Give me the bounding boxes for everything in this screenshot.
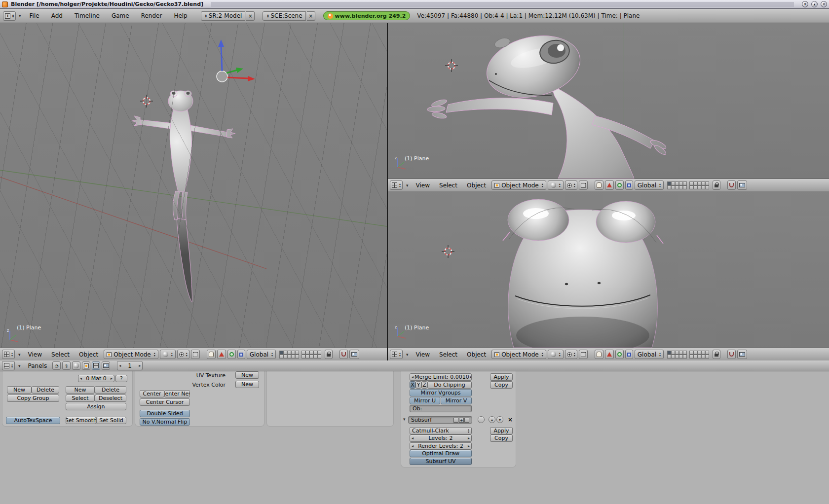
manipulator-scale-button[interactable]	[625, 180, 633, 190]
subsurf-type-dropdown[interactable]: Catmull-Clark▴▾	[410, 427, 472, 434]
no-vnormal-flip-toggle[interactable]: No V.Normal Flip	[140, 418, 190, 426]
lock-toggle-button[interactable]	[325, 350, 333, 359]
manipulator-rotate-button[interactable]	[615, 350, 624, 359]
vgroup-new-button[interactable]: New	[66, 386, 95, 394]
menu-add[interactable]: Add	[46, 12, 68, 19]
mode-dropdown[interactable]: Object Mode▴▾	[491, 350, 546, 359]
context-logic-icon[interactable]: ◔	[52, 361, 61, 370]
modifier-delete-button[interactable]: ×	[506, 416, 514, 423]
modifier-oncage-button[interactable]	[478, 416, 485, 423]
menu-timeline[interactable]: Timeline	[69, 12, 105, 19]
manipulator-scale-button[interactable]	[237, 350, 245, 359]
pivot-dropdown[interactable]: ▴▾	[177, 350, 189, 359]
vgroup-delete-button[interactable]: Delete	[95, 386, 126, 394]
manipulator-rotate-button[interactable]	[227, 350, 236, 359]
editor-type-button[interactable]: ▴▾	[390, 350, 403, 359]
pivot-dropdown[interactable]: ▴▾	[565, 180, 577, 190]
orientation-dropdown[interactable]: Global▴▾	[635, 350, 664, 359]
menu-view[interactable]: View	[412, 351, 434, 358]
vgroup-deselect-button[interactable]: Deselect	[95, 395, 126, 402]
mode-dropdown[interactable]: Object Mode▴▾	[491, 180, 546, 190]
subsurf-apply-button[interactable]: Apply	[490, 427, 513, 434]
material-index-field[interactable]: ◂0 Mat 0▸	[78, 375, 114, 382]
menu-object[interactable]: Object	[463, 351, 490, 358]
subsurf-name-field[interactable]: Subsurf+	[408, 416, 472, 424]
menu-view[interactable]: View	[24, 351, 46, 358]
layer-grid-left[interactable]	[667, 351, 687, 359]
header-collapse-icon[interactable]: ▾	[16, 363, 23, 368]
header-collapse-icon[interactable]: ▾	[404, 183, 411, 188]
scene-selector[interactable]: ▴▾ SCE:Scene	[263, 11, 305, 21]
vgroup-assign-button[interactable]: Assign	[66, 403, 126, 410]
window-close-button[interactable]: ×	[821, 1, 827, 7]
menubar-collapse-icon[interactable]: ▾	[17, 13, 23, 18]
mode-dropdown[interactable]: Object Mode▴▾	[104, 350, 158, 359]
optimal-draw-toggle[interactable]: Optimal Draw	[410, 450, 472, 457]
menu-object[interactable]: Object	[75, 351, 102, 358]
subsurf-collapse-icon[interactable]: ▾	[401, 417, 408, 422]
pivot-dropdown[interactable]: ▴▾	[565, 350, 577, 359]
screen-selector[interactable]: ▴▾ SR:2-Model	[201, 11, 246, 21]
lock-toggle-button[interactable]	[713, 350, 720, 359]
menu-file[interactable]: File	[24, 12, 45, 19]
draw-type-dropdown[interactable]: ▴▾	[548, 180, 564, 190]
window-shade-button[interactable]: ▾	[802, 1, 808, 7]
center-new-button[interactable]: Center New	[164, 390, 190, 397]
editor-type-button[interactable]: ▴▾	[2, 350, 15, 359]
merge-limit-field[interactable]: ◂Merge Limit: 0.0010▸	[410, 373, 472, 381]
mirror-apply-button[interactable]: Apply	[490, 373, 513, 381]
layer-buttons[interactable]	[667, 351, 709, 359]
autotexspace-toggle[interactable]: AutoTexSpace	[6, 417, 60, 424]
layer-grid-left[interactable]	[279, 351, 299, 359]
uv-texture-new-button[interactable]: New	[235, 371, 259, 379]
render-preview-button[interactable]	[737, 180, 747, 190]
modifier-realtime-icon[interactable]: +	[459, 418, 464, 423]
menu-select[interactable]: Select	[435, 351, 461, 358]
manipulator-toggle-button[interactable]	[595, 180, 603, 190]
menu-render[interactable]: Render	[136, 12, 168, 19]
menu-select[interactable]: Select	[435, 182, 461, 189]
menu-object[interactable]: Object	[463, 182, 490, 189]
panels-menu[interactable]: Panels	[24, 362, 51, 369]
mirror-axis-x-toggle[interactable]: X	[410, 381, 415, 389]
snap-element-button[interactable]	[579, 180, 588, 190]
manipulator-translate-button[interactable]	[605, 180, 614, 190]
viewport-bottom-right[interactable]: z (1) Plane ▴▾ ▾ View Select Object Obje…	[388, 191, 829, 360]
scene-clear-button[interactable]: ×	[307, 11, 315, 21]
header-collapse-icon[interactable]: ▾	[404, 352, 411, 357]
snap-magnet-button[interactable]	[727, 180, 736, 190]
modifier-movedown-button[interactable]: ▾	[496, 416, 503, 423]
editor-type-button[interactable]: ▴▾	[2, 361, 15, 370]
layer-grid-right[interactable]	[689, 181, 709, 189]
modifier-editmode-icon[interactable]	[464, 418, 469, 423]
snap-element-button[interactable]	[579, 350, 588, 359]
context-script-icon[interactable]: §	[62, 361, 71, 370]
viewport-3d-canvas[interactable]: z (1) Plane	[388, 23, 829, 179]
vertex-color-new-button[interactable]: New	[235, 381, 259, 388]
vgroup-select-button[interactable]: Select	[66, 395, 95, 402]
frame-stepper[interactable]: ◂1▸	[117, 361, 143, 370]
orientation-dropdown[interactable]: Global▴▾	[247, 350, 276, 359]
lock-toggle-button[interactable]	[713, 180, 720, 190]
titlebar[interactable]: Blender [/home/holger/Projekte/Houdini/G…	[0, 0, 829, 9]
manipulator-toggle-button[interactable]	[207, 350, 216, 359]
subsurf-uv-toggle[interactable]: Subsurf UV	[410, 458, 472, 465]
layer-grid-left[interactable]	[667, 181, 687, 189]
draw-type-dropdown[interactable]: ▴▾	[160, 350, 176, 359]
mirror-axis-z-toggle[interactable]: Z	[421, 381, 427, 389]
mirror-vgroups-toggle[interactable]: Mirror Vgroups	[410, 389, 472, 396]
center-button[interactable]: Center	[140, 390, 164, 397]
snap-element-button[interactable]	[191, 350, 200, 359]
material-delete-button[interactable]: Delete	[32, 386, 59, 394]
mirror-object-field[interactable]: Ob:	[410, 405, 472, 412]
do-clipping-toggle[interactable]: Do Clipping	[427, 381, 472, 389]
modifier-moveup-button[interactable]: ▴	[489, 416, 495, 423]
render-preview-button[interactable]	[349, 350, 359, 359]
header-collapse-icon[interactable]: ▾	[16, 352, 23, 357]
window-maximize-button[interactable]: ▴	[811, 1, 818, 7]
orientation-dropdown[interactable]: Global▴▾	[635, 180, 664, 190]
subsurf-copy-button[interactable]: Copy	[490, 434, 513, 442]
modifier-render-icon[interactable]	[453, 418, 458, 423]
viewport-top-right[interactable]: z (1) Plane ▴▾ ▾ View Select Object Obje…	[388, 23, 829, 191]
menu-help[interactable]: Help	[168, 12, 192, 19]
